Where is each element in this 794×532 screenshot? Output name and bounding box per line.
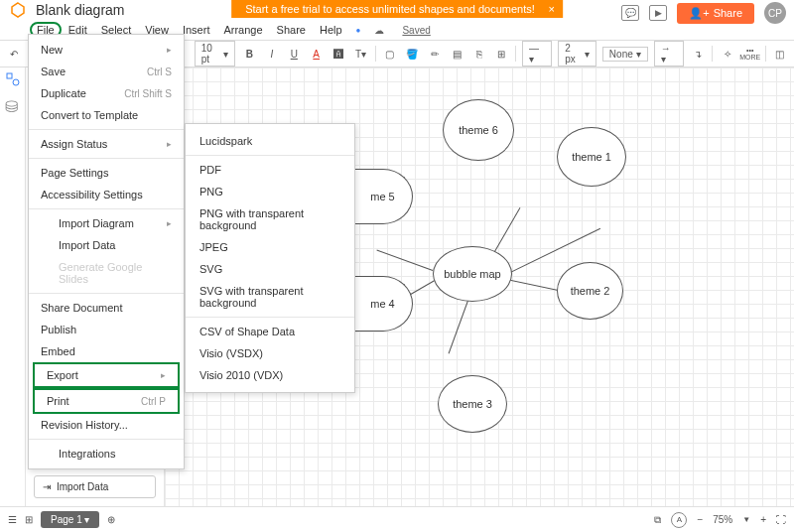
import-icon: ⇥ bbox=[43, 481, 51, 492]
trial-banner[interactable]: Start a free trial to access unlimited s… bbox=[231, 0, 563, 18]
magic-icon[interactable]: ✧ bbox=[719, 45, 734, 63]
menu-share-doc[interactable]: Share Document bbox=[29, 297, 184, 319]
layers-icon[interactable]: ⧉ bbox=[654, 514, 661, 526]
zoom-level[interactable]: 75% bbox=[713, 514, 732, 525]
stroke-width-input[interactable]: 2 px ▾ bbox=[558, 41, 596, 66]
page-tab[interactable]: Page 1 ▾ bbox=[41, 511, 99, 528]
close-banner-icon[interactable]: × bbox=[548, 3, 554, 15]
comment-icon[interactable]: 💬 bbox=[621, 5, 639, 21]
saved-status[interactable]: Saved bbox=[395, 23, 437, 38]
svg-point-2 bbox=[13, 79, 19, 85]
menu-share[interactable]: Share bbox=[270, 22, 313, 38]
import-data-button[interactable]: ⇥ Import Data bbox=[34, 475, 156, 498]
export-vsdx[interactable]: Visio (VSDX) bbox=[186, 342, 354, 364]
text-color-icon[interactable]: A bbox=[308, 45, 324, 63]
menu-new[interactable]: New▸ bbox=[29, 39, 184, 61]
menu-import-data[interactable]: Import Data bbox=[29, 234, 184, 256]
file-menu: New▸ SaveCtrl S DuplicateCtrl Shift S Co… bbox=[28, 34, 185, 469]
export-pdf[interactable]: PDF bbox=[186, 159, 354, 181]
menu-assign-status[interactable]: Assign Status▸ bbox=[29, 133, 184, 155]
menu-print[interactable]: PrintCtrl P bbox=[33, 388, 180, 414]
node-theme6[interactable]: theme 6 bbox=[443, 99, 514, 161]
node-center[interactable]: bubble map bbox=[433, 246, 512, 302]
node-theme1[interactable]: theme 1 bbox=[557, 127, 626, 187]
route-icon[interactable]: ↴ bbox=[690, 45, 706, 63]
share-icon: 👤+ bbox=[689, 7, 709, 20]
bucket-icon[interactable]: 🪣 bbox=[404, 45, 420, 63]
menu-help[interactable]: Help bbox=[313, 22, 349, 38]
svg-rect-1 bbox=[7, 73, 12, 78]
zoom-out-icon[interactable]: − bbox=[697, 514, 703, 525]
export-jpeg[interactable]: JPEG bbox=[186, 236, 354, 258]
italic-icon[interactable]: I bbox=[264, 45, 280, 63]
zoom-in-icon[interactable]: + bbox=[760, 514, 766, 525]
export-submenu: Lucidspark PDF PNG PNG with transparent … bbox=[185, 123, 355, 393]
add-page-icon[interactable]: ⊕ bbox=[107, 514, 115, 525]
menu-revision[interactable]: Revision History... bbox=[29, 414, 184, 436]
export-vdx[interactable]: Visio 2010 (VDX) bbox=[186, 364, 354, 386]
node-theme3[interactable]: theme 3 bbox=[438, 375, 507, 433]
menu-publish[interactable]: Publish bbox=[29, 319, 184, 340]
accessibility-icon[interactable]: A bbox=[671, 512, 687, 528]
export-svg[interactable]: SVG bbox=[186, 258, 354, 280]
bold-icon[interactable]: B bbox=[241, 45, 257, 63]
data-icon[interactable]: ⛁ bbox=[5, 97, 21, 113]
underline-icon[interactable]: U bbox=[286, 45, 302, 63]
node-theme4[interactable]: me 4 bbox=[353, 276, 413, 332]
menu-embed[interactable]: Embed bbox=[29, 340, 184, 362]
export-lucidspark[interactable]: Lucidspark bbox=[186, 130, 354, 152]
menu-import-diagram[interactable]: Import Diagram▸ bbox=[29, 212, 184, 234]
app-logo bbox=[8, 0, 28, 20]
doc-title[interactable]: Blank diagram bbox=[36, 2, 125, 18]
export-svg-transparent[interactable]: SVG with transparent background bbox=[186, 280, 354, 314]
menu-convert[interactable]: Convert to Template bbox=[29, 104, 184, 126]
menu-arrange[interactable]: Arrange bbox=[216, 22, 269, 38]
export-png[interactable]: PNG bbox=[186, 181, 354, 202]
menu-gen-slides: Generate Google Slides bbox=[29, 256, 184, 290]
arrow-start-select[interactable]: None ▾ bbox=[602, 47, 648, 62]
menu-duplicate[interactable]: DuplicateCtrl Shift S bbox=[29, 82, 184, 104]
menu-export[interactable]: Export▸ bbox=[33, 362, 180, 388]
menu-page-settings[interactable]: Page Settings bbox=[29, 162, 184, 184]
grid-icon[interactable]: ⊞ bbox=[493, 45, 509, 63]
eraser-icon[interactable]: ▤ bbox=[449, 45, 464, 63]
grid-view-icon[interactable]: ⊞ bbox=[25, 514, 33, 525]
statusbar: ☰ ⊞ Page 1 ▾ ⊕ ⧉ A − 75% ▼ + ⛶ bbox=[0, 506, 794, 532]
info-icon[interactable]: ◫ bbox=[772, 45, 788, 63]
highlight-icon[interactable]: 🅰 bbox=[331, 45, 346, 63]
arrow-end-select[interactable]: → ▾ bbox=[654, 41, 684, 66]
menu-accessibility[interactable]: Accessibility Settings bbox=[29, 184, 184, 205]
export-png-transparent[interactable]: PNG with transparent background bbox=[186, 202, 354, 236]
cloud-icon: ☁ bbox=[367, 23, 391, 38]
left-rail: ⛁ bbox=[0, 67, 26, 506]
fullscreen-icon[interactable]: ⛶ bbox=[776, 514, 786, 525]
line-color-icon[interactable]: ✏ bbox=[427, 45, 443, 63]
shapes-icon[interactable] bbox=[5, 71, 21, 87]
copy-style-icon[interactable]: ⎘ bbox=[470, 45, 486, 63]
text-align-icon[interactable]: T▾ bbox=[352, 45, 368, 63]
line-style-select[interactable]: — ▾ bbox=[522, 41, 552, 66]
avatar[interactable]: CP bbox=[764, 2, 786, 24]
more-button[interactable]: •••MORE bbox=[741, 45, 759, 63]
present-icon[interactable]: ▶ bbox=[649, 5, 667, 21]
undo-icon[interactable]: ↶ bbox=[6, 45, 22, 63]
font-size-input[interactable]: 10 pt▾ bbox=[195, 41, 236, 66]
trial-link[interactable]: Start a free trial to access unlimited s… bbox=[245, 3, 535, 15]
menu-integrations[interactable]: Integrations bbox=[29, 443, 184, 465]
share-button[interactable]: 👤+ Share bbox=[677, 3, 754, 24]
fill-icon[interactable]: ▢ bbox=[382, 45, 398, 63]
list-view-icon[interactable]: ☰ bbox=[8, 514, 17, 525]
node-theme5[interactable]: me 5 bbox=[353, 169, 413, 224]
svg-marker-0 bbox=[12, 3, 24, 17]
menu-save[interactable]: SaveCtrl S bbox=[29, 61, 184, 82]
node-theme2[interactable]: theme 2 bbox=[557, 262, 623, 320]
export-csv[interactable]: CSV of Shape Data bbox=[186, 321, 354, 342]
